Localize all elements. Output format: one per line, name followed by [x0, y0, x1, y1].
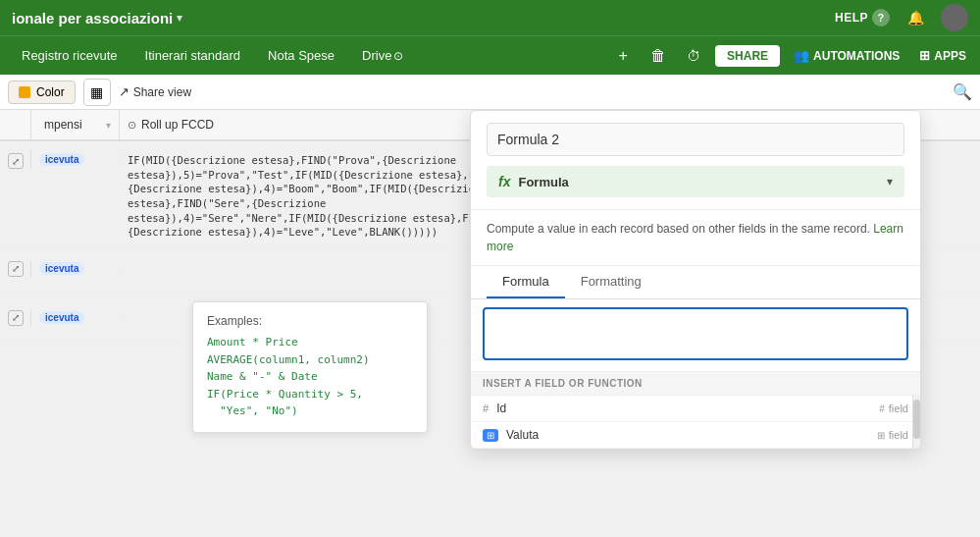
- app-title: ionale per associazioni: [12, 10, 173, 27]
- tab-formatting[interactable]: Formatting: [565, 266, 657, 298]
- row-label-cell-3: icevuta: [31, 311, 120, 324]
- field-item-id-left: # Id: [483, 402, 506, 415]
- col-header-mpensi[interactable]: mpensi ▾: [31, 110, 120, 139]
- toolbar: Color ▦ ↗ Share view 🔍: [0, 75, 980, 110]
- row-label-cell: icevuta: [31, 149, 120, 166]
- share-button[interactable]: SHARE: [715, 45, 780, 67]
- row-badge-2: icevuta: [39, 262, 84, 275]
- field-item-id[interactable]: # Id # field: [471, 396, 920, 422]
- nav-item-drive[interactable]: Drive ⊙: [348, 36, 417, 76]
- share-view-button[interactable]: ↗ Share view: [119, 84, 191, 99]
- color-button[interactable]: Color: [8, 81, 76, 104]
- color-swatch: [19, 86, 30, 98]
- row-badge-3: icevuta: [39, 311, 84, 324]
- notification-icon[interactable]: 🔔: [903, 6, 927, 29]
- field-id-type-icon: #: [879, 403, 885, 414]
- insert-label: INSERT A FIELD OR FUNCTION: [471, 372, 920, 396]
- field-item-valuta-right: ⊞ field: [877, 429, 908, 441]
- example-line-4: IF(Price * Quantity > 5,: [207, 386, 413, 403]
- fx-icon: fx: [498, 174, 510, 189]
- field-id-name: Id: [496, 402, 506, 415]
- row-expander-cell-2: ⤢: [0, 261, 31, 277]
- add-table-button[interactable]: +: [609, 42, 637, 70]
- example-line-2: AVERAGE(column1, column2): [207, 351, 413, 369]
- example-line-3: Name & "-" & Date: [207, 368, 413, 386]
- field-valuta-name: Valuta: [506, 428, 539, 442]
- field-list: # Id # field ⊞ Valuta ⊞ field: [471, 396, 920, 449]
- formula-panel: fx Formula ▾ Compute a value in each rec…: [470, 110, 921, 450]
- top-bar: ionale per associazioni ▾ HELP ? 🔔: [0, 0, 980, 35]
- row-expander-button[interactable]: ⤢: [8, 153, 24, 169]
- row-expander-button-2[interactable]: ⤢: [8, 261, 24, 277]
- top-bar-actions: HELP ? 🔔: [835, 4, 968, 31]
- help-icon: ?: [872, 9, 890, 27]
- search-button[interactable]: 🔍: [953, 82, 972, 101]
- tab-formula[interactable]: Formula: [487, 266, 565, 298]
- share-view-icon: ↗: [119, 84, 129, 99]
- nav-actions: + 🗑 ⏱ SHARE 👥 AUTOMATIONS ⊞ APPS: [609, 42, 972, 70]
- grid-view-button[interactable]: ▦: [83, 79, 111, 106]
- row-badge: icevuta: [39, 153, 84, 166]
- rollup-icon: ⊙: [128, 119, 136, 132]
- field-item-valuta[interactable]: ⊞ Valuta ⊞ field: [471, 422, 920, 449]
- example-line-1: Amount * Price: [207, 334, 413, 351]
- formula-type-name: Formula: [518, 175, 568, 189]
- help-button[interactable]: HELP ?: [835, 9, 890, 27]
- row-label-cell-2: icevuta: [31, 262, 120, 275]
- example-line-5: "Yes", "No"): [207, 403, 413, 420]
- drive-icon: ⊙: [393, 49, 403, 63]
- examples-code: Amount * Price AVERAGE(column1, column2)…: [207, 334, 413, 420]
- panel-scrollbar[interactable]: [912, 396, 920, 449]
- nav-item-itinerari[interactable]: Itinerari standard: [131, 36, 255, 76]
- formula-panel-header: fx Formula ▾: [471, 111, 920, 210]
- nav-item-registro[interactable]: Registro ricevute: [8, 36, 131, 76]
- formula-input[interactable]: [483, 307, 908, 360]
- user-avatar[interactable]: [941, 4, 968, 31]
- panel-scrollbar-thumb: [913, 400, 920, 439]
- expander-col-header: [0, 110, 31, 139]
- formula-tabs: Formula Formatting: [471, 266, 920, 299]
- field-name-input[interactable]: [487, 123, 904, 156]
- formula-type-selector[interactable]: fx Formula ▾: [487, 166, 904, 197]
- formula-type-left: fx Formula: [498, 174, 569, 189]
- mpensi-arrow: ▾: [106, 120, 111, 131]
- automations-button[interactable]: 👥 AUTOMATIONS: [788, 48, 905, 63]
- field-valuta-type-icon: ⊞: [877, 430, 885, 441]
- apps-button[interactable]: ⊞ APPS: [913, 48, 972, 63]
- nav-item-nota[interactable]: Nota Spese: [254, 36, 348, 76]
- field-id-icon: #: [483, 403, 489, 414]
- history-button[interactable]: ⏱: [680, 42, 707, 70]
- trash-button[interactable]: 🗑: [645, 42, 672, 70]
- nav-bar: Registro ricevute Itinerari standard Not…: [0, 35, 980, 75]
- field-valuta-type: field: [889, 429, 908, 441]
- field-item-id-right: # field: [879, 403, 908, 414]
- examples-title: Examples:: [207, 314, 413, 328]
- formula-description: Compute a value in each record based on …: [471, 210, 920, 266]
- formula-editor: [471, 299, 920, 372]
- field-id-type: field: [889, 403, 908, 414]
- row-expander-cell: ⤢: [0, 149, 31, 169]
- row-expander-button-3[interactable]: ⤢: [8, 310, 24, 326]
- row-expander-cell-3: ⤢: [0, 310, 31, 326]
- field-item-valuta-left: ⊞ Valuta: [483, 428, 539, 442]
- grid-icon: ▦: [90, 84, 103, 100]
- field-valuta-icon: ⊞: [483, 429, 498, 442]
- grid-area: mpensi ▾ ⊙ Roll up FCCD ▾ fx Formula ▾ +: [0, 110, 980, 537]
- formula-type-arrow: ▾: [887, 175, 893, 188]
- app-title-area: ionale per associazioni ▾: [12, 10, 182, 27]
- examples-box: Examples: Amount * Price AVERAGE(column1…: [192, 301, 428, 433]
- title-dropdown-arrow[interactable]: ▾: [177, 12, 182, 25]
